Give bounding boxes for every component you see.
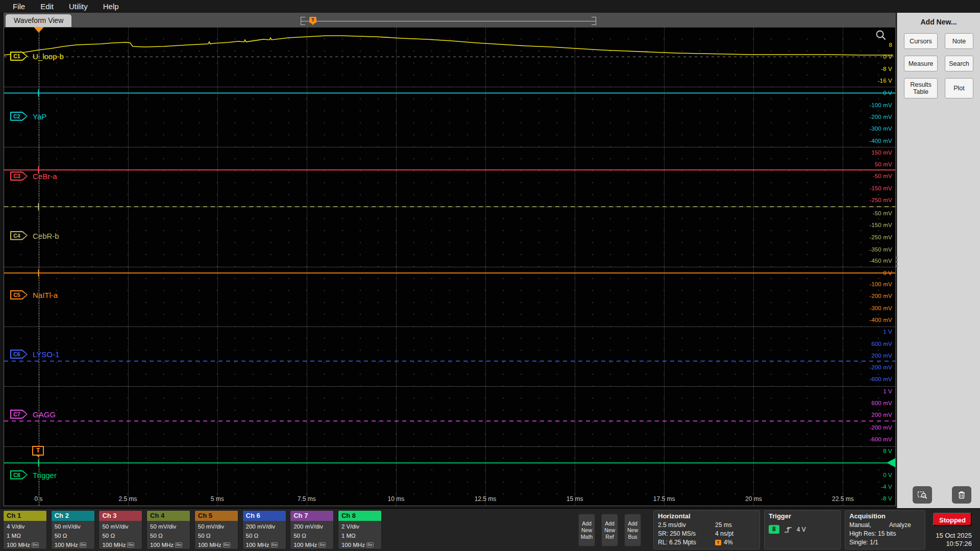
menu-utility[interactable]: Utility — [61, 2, 95, 11]
add-measure-button[interactable]: Measure — [904, 56, 938, 71]
menu-help[interactable]: Help — [95, 2, 127, 11]
bandwidth-limit-icon: Bw — [32, 542, 39, 547]
trigger-source-badge[interactable]: 8 — [769, 525, 779, 534]
channel-termination-value: 50 Ω — [246, 531, 283, 540]
voltage-scale-label: 0 V — [883, 90, 892, 96]
record-view-right-bracket[interactable] — [592, 17, 596, 25]
channel-badge-c5[interactable]: C5 — [10, 290, 28, 299]
voltage-scale-label: -50 mV — [873, 210, 892, 216]
voltage-scale-label: -16 V — [878, 78, 893, 84]
trigger-indicator-box[interactable]: T — [32, 446, 44, 456]
channel-termination-value: 1 MΩ — [7, 531, 43, 540]
add-new-buttons: Cursors Note Measure Search Results Tabl… — [897, 33, 980, 98]
add-note-button[interactable]: Note — [945, 33, 973, 49]
channel-settings-badge-1[interactable]: Ch 14 V/div1 MΩ100 MHzBw — [3, 510, 47, 549]
channel-settings-badge-3[interactable]: Ch 350 mV/div50 Ω100 MHzBw — [99, 510, 142, 549]
add-results-table-button[interactable]: Results Table — [904, 78, 938, 98]
channel-name-label: U_loop-b — [33, 52, 64, 61]
time-axis-label: 15 ms — [567, 495, 583, 503]
trigger-flag-icon[interactable]: T — [309, 17, 316, 23]
channel-bandwidth-value: 100 MHzBw — [246, 540, 283, 549]
add-search-button[interactable]: Search — [945, 56, 973, 71]
bandwidth-limit-icon: Bw — [80, 542, 87, 547]
trigger-position-marker[interactable] — [34, 27, 44, 33]
add-new-ref-button[interactable]: AddNewRef — [601, 514, 618, 546]
bandwidth-limit-icon: Bw — [175, 542, 182, 547]
trash-button[interactable] — [952, 486, 971, 504]
acquisition-badge[interactable]: Acquisition Manual, Analyze High Res: 15… — [845, 510, 925, 549]
acquisition-single: Single: 1/1 — [849, 538, 878, 547]
voltage-scale-label: 0 V — [883, 54, 892, 60]
channel-settings-header: Ch 2 — [52, 511, 94, 521]
horizontal-scale: 2.5 ms/div — [658, 521, 715, 530]
waveform-view-area[interactable]: T 0 s2.5 ms5 ms7.5 ms10 ms12.5 ms15 ms17… — [4, 27, 896, 506]
voltage-scale-label: -200 mV — [869, 424, 892, 431]
channel-settings-header: Ch 5 — [195, 511, 238, 521]
voltage-scale-label: -8 V — [881, 66, 892, 72]
channel-badge-c1[interactable]: C1 — [10, 52, 28, 61]
zoom-area-button[interactable] — [913, 486, 932, 504]
zoom-magnifier-icon[interactable] — [875, 29, 887, 43]
channel-bandwidth-value: 100 MHzBw — [341, 540, 378, 549]
channel-settings-badge-2[interactable]: Ch 250 mV/div50 Ω100 MHzBw — [51, 510, 95, 549]
sample-rate: SR: 250 MS/s — [658, 530, 715, 538]
channel-termination-value: 1 MΩ — [341, 531, 378, 540]
channel-bandwidth-value: 100 MHzBw — [198, 540, 235, 549]
acquisition-hires: High Res: 15 bits — [849, 530, 896, 538]
record-view-slider[interactable]: T — [301, 17, 596, 25]
channel-settings-badge-8[interactable]: Ch 82 V/div1 MΩ100 MHzBw — [338, 510, 382, 549]
record-view-left-bracket[interactable] — [301, 17, 305, 25]
channel-settings-header: Ch 7 — [290, 511, 333, 521]
voltage-scale-label: 150 mV — [871, 149, 892, 156]
sample-resolution: 4 ns/pt — [715, 530, 733, 538]
channel-badge-c6[interactable]: C6 — [10, 349, 28, 359]
panel-splitter-handle[interactable] — [896, 257, 898, 259]
voltage-scale-label: 600 mV — [871, 341, 892, 347]
channel-name-label: NaITl-a — [33, 291, 58, 299]
voltage-scale-label: -600 mV — [869, 376, 892, 382]
channel-badge-c2[interactable]: C2 — [10, 112, 28, 121]
channel-settings-body: 4 V/div1 MΩ100 MHzBw — [4, 521, 46, 549]
channel-badge-c8[interactable]: C8 — [10, 470, 28, 480]
channel-termination-value: 50 Ω — [293, 531, 330, 540]
horizontal-badge[interactable]: Horizontal 2.5 ms/div 25 ms SR: 250 MS/s… — [653, 510, 760, 549]
tab-waveform-view[interactable]: Waveform View — [6, 14, 71, 27]
channel-settings-body: 50 mV/div50 Ω100 MHzBw — [195, 521, 238, 549]
channel-badge-c4[interactable]: C4 — [10, 231, 28, 240]
channel-termination-value: 50 Ω — [102, 531, 139, 540]
oscilloscope-app: FileEditUtilityHelp Waveform View T T 0 … — [0, 0, 980, 551]
voltage-scale-label: 0 V — [883, 472, 892, 478]
trigger-position-percent: 4% — [724, 538, 732, 547]
channel-settings-badge-7[interactable]: Ch 7200 mV/div50 Ω100 MHzBw — [290, 510, 334, 549]
channel-settings-body: 2 V/div1 MΩ100 MHzBw — [338, 521, 381, 549]
trigger-title: Trigger — [769, 512, 836, 520]
add-new-math-button[interactable]: AddNewMath — [578, 514, 595, 546]
trigger-level-arrow[interactable] — [887, 458, 895, 467]
run-stop-button[interactable]: Stopped — [933, 513, 972, 526]
menu-file[interactable]: File — [5, 2, 33, 11]
acquisition-title: Acquisition — [849, 512, 921, 520]
add-new-bus-button[interactable]: AddNewBus — [624, 514, 641, 546]
horizontal-window: 25 ms — [715, 521, 732, 530]
channel-badge-c7[interactable]: C7 — [10, 410, 28, 419]
add-cursors-button[interactable]: Cursors — [904, 33, 938, 49]
channel-settings-badge-4[interactable]: Ch 450 mV/div50 Ω100 MHzBw — [146, 510, 190, 549]
voltage-scale-label: -50 mV — [873, 173, 892, 179]
trigger-badge[interactable]: Trigger 8 4 V — [764, 510, 841, 549]
channel-settings-body: 50 mV/div50 Ω100 MHzBw — [52, 521, 94, 549]
trigger-position-icon: T — [715, 540, 721, 545]
bottom-settings-bar: Ch 14 V/div1 MΩ100 MHzBwCh 250 mV/div50 … — [0, 508, 980, 551]
channel-scale-value: 2 V/div — [341, 522, 378, 531]
channel-badge-c3[interactable]: C3 — [10, 171, 28, 181]
channel-settings-badge-6[interactable]: Ch 6200 mV/div50 Ω100 MHzBw — [242, 510, 286, 549]
channel-scale-value: 200 mV/div — [246, 522, 283, 531]
add-plot-button[interactable]: Plot — [945, 78, 973, 98]
channel-settings-header: Ch 1 — [4, 511, 46, 521]
menu-edit[interactable]: Edit — [33, 2, 61, 11]
channel-termination-value: 50 Ω — [198, 531, 235, 540]
voltage-scale-label: -4 V — [881, 484, 892, 490]
channel-name-label: Trigger — [33, 470, 57, 479]
channel-termination-value: 50 Ω — [55, 531, 91, 540]
channel-name-label: CebR-b — [33, 231, 59, 240]
channel-settings-badge-5[interactable]: Ch 550 mV/div50 Ω100 MHzBw — [194, 510, 238, 549]
